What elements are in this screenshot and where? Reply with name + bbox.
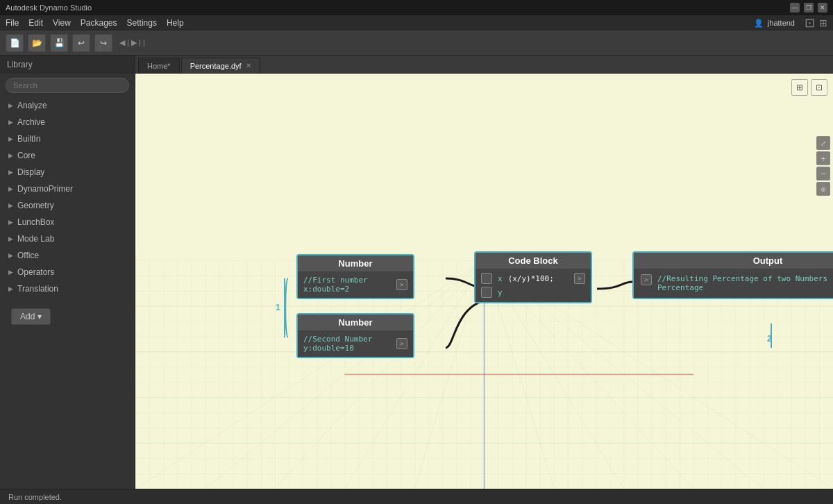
chevron-right-icon: ▶ xyxy=(8,252,13,259)
view-3d-icon[interactable]: ⊞ xyxy=(791,79,808,96)
canvas-label-1: 1 xyxy=(276,303,280,312)
sidebar-item-office[interactable]: ▶ Office xyxy=(0,247,135,264)
chevron-right-icon: ▶ xyxy=(8,185,13,192)
output-input-port[interactable]: > xyxy=(641,274,652,285)
sidebar-item-builtin[interactable]: ▶ BuiltIn xyxy=(0,131,135,147)
undo-button[interactable]: ↩ xyxy=(72,34,90,52)
zoom-fit-button[interactable]: ⊕ xyxy=(816,182,830,196)
canvas-area: Home* Percentage.dyf ✕ xyxy=(135,56,833,489)
codeblock-y-row: y xyxy=(481,287,585,298)
close-button[interactable]: ✕ xyxy=(818,3,827,12)
open-button[interactable]: 📂 xyxy=(28,34,46,52)
number1-node[interactable]: Number //First number x:double=2 > xyxy=(296,254,414,299)
chevron-right-icon: ▶ xyxy=(8,169,13,176)
number2-body: //Second Number y:double=10 > xyxy=(298,330,413,357)
user-icon: 👤 xyxy=(754,19,764,28)
sidebar: Library ▶ Analyze ▶ Archive ▶ BuiltIn ▶ … xyxy=(0,56,135,489)
tab-close-icon[interactable]: ✕ xyxy=(246,62,251,69)
chevron-right-icon: ▶ xyxy=(8,202,13,209)
minimize-button[interactable]: — xyxy=(790,3,800,12)
number2-node[interactable]: Number //Second Number y:double=10 > xyxy=(296,313,414,358)
sidebar-item-dynamoprimer[interactable]: ▶ DynamoPrimer xyxy=(0,180,135,197)
camera-icon[interactable]: ⊡ xyxy=(805,15,815,31)
chevron-right-icon: ▶ xyxy=(8,152,13,159)
breadcrumb-nav: ◀ | ▶ | | xyxy=(119,38,145,47)
save-button[interactable]: 💾 xyxy=(50,34,68,52)
menu-settings[interactable]: Settings xyxy=(127,18,157,28)
codeblock-header: Code Block xyxy=(476,253,591,269)
codeblock-node[interactable]: Code Block x (x/y)*100; > y xyxy=(474,251,592,303)
codeblock-x-row: x (x/y)*100; > xyxy=(481,273,585,284)
menu-packages[interactable]: Packages xyxy=(81,18,117,28)
search-input[interactable] xyxy=(6,78,129,93)
codeblock-x-port[interactable] xyxy=(481,273,492,284)
add-button[interactable]: Add ▾ xyxy=(11,308,51,325)
number1-port-row: //First number x:double=2 > xyxy=(303,276,407,294)
zoom-out-button[interactable]: − xyxy=(816,167,830,180)
number2-header: Number xyxy=(298,314,413,330)
chevron-right-icon: ▶ xyxy=(8,119,13,126)
dropdown-arrow-icon: ▾ xyxy=(37,312,42,321)
tab-percentage[interactable]: Percentage.dyf ✕ xyxy=(181,58,260,73)
menu-view[interactable]: View xyxy=(53,18,71,28)
new-button[interactable]: 📄 xyxy=(6,34,24,52)
number2-port-row: //Second Number y:double=10 > xyxy=(303,335,407,353)
codeblock-y-port[interactable] xyxy=(481,287,492,298)
number1-output-port[interactable]: > xyxy=(396,279,407,290)
main-area: Library ▶ Analyze ▶ Archive ▶ BuiltIn ▶ … xyxy=(0,56,833,489)
canvas[interactable]: Number //First number x:double=2 > Numbe… xyxy=(135,74,833,489)
sidebar-item-archive[interactable]: ▶ Archive xyxy=(0,114,135,131)
codeblock-output-port[interactable]: > xyxy=(574,273,585,284)
zoom-controls: ⤢ + − ⊕ xyxy=(816,136,830,196)
sidebar-item-geometry[interactable]: ▶ Geometry xyxy=(0,197,135,214)
menubar: File Edit View Packages Settings Help 👤 … xyxy=(0,15,833,31)
chevron-right-icon: ▶ xyxy=(8,102,13,109)
menu-edit[interactable]: Edit xyxy=(28,18,43,28)
canvas-toolbar: ⊞ ⊡ xyxy=(791,79,827,96)
output-label: Percentage xyxy=(657,283,827,292)
sidebar-item-core[interactable]: ▶ Core xyxy=(0,147,135,164)
sidebar-item-analyze[interactable]: ▶ Analyze xyxy=(0,97,135,114)
codeblock-body: x (x/y)*100; > y xyxy=(476,269,591,302)
menu-help[interactable]: Help xyxy=(167,18,184,28)
library-header: Library xyxy=(0,56,135,74)
canvas-label-2: 2 xyxy=(767,334,772,344)
titlebar: Autodesk Dynamo Studio — ❐ ✕ xyxy=(0,0,833,15)
chevron-right-icon: ▶ xyxy=(8,219,13,226)
menu-file[interactable]: File xyxy=(6,18,19,28)
share-icon[interactable]: ⊞ xyxy=(819,17,827,28)
run-status: Run completed. xyxy=(8,493,62,501)
output-node[interactable]: Output > //Resulting Percentage of two N… xyxy=(632,251,833,299)
redo-button[interactable]: ↪ xyxy=(94,34,112,52)
fit-view-button[interactable]: ⤢ xyxy=(816,136,830,150)
sidebar-item-display[interactable]: ▶ Display xyxy=(0,164,135,180)
username: jhattend xyxy=(768,19,795,27)
number1-body: //First number x:double=2 > xyxy=(298,271,413,298)
app-title: Autodesk Dynamo Studio xyxy=(6,3,92,12)
restore-button[interactable]: ❐ xyxy=(804,3,814,12)
sidebar-item-lunchbox[interactable]: ▶ LunchBox xyxy=(0,214,135,230)
sidebar-item-translation[interactable]: ▶ Translation xyxy=(0,280,135,297)
statusbar: Run completed. xyxy=(0,489,833,504)
number2-output-port[interactable]: > xyxy=(396,338,407,349)
tab-bar: Home* Percentage.dyf ✕ xyxy=(135,56,833,74)
output-comment: //Resulting Percentage of two Numbers xyxy=(657,274,827,283)
window-controls: — ❐ ✕ xyxy=(790,3,827,12)
output-body: > //Resulting Percentage of two Numbers … xyxy=(634,269,833,298)
toolbar: 📄 📂 💾 ↩ ↪ ◀ | ▶ | | xyxy=(0,31,833,56)
chevron-right-icon: ▶ xyxy=(8,135,13,142)
number1-header: Number xyxy=(298,255,413,271)
number2-code: //Second Number y:double=10 xyxy=(303,335,372,353)
tab-home[interactable]: Home* xyxy=(138,58,180,73)
chevron-right-icon: ▶ xyxy=(8,285,13,292)
zoom-in-button[interactable]: + xyxy=(816,151,830,165)
view-2d-icon[interactable]: ⊡ xyxy=(811,79,827,96)
output-header: Output xyxy=(634,253,833,269)
chevron-right-icon: ▶ xyxy=(8,269,13,276)
chevron-right-icon: ▶ xyxy=(8,235,13,242)
sidebar-item-operators[interactable]: ▶ Operators xyxy=(0,264,135,280)
sidebar-item-modelab[interactable]: ▶ Mode Lab xyxy=(0,230,135,247)
number1-code: //First number x:double=2 xyxy=(303,276,368,294)
